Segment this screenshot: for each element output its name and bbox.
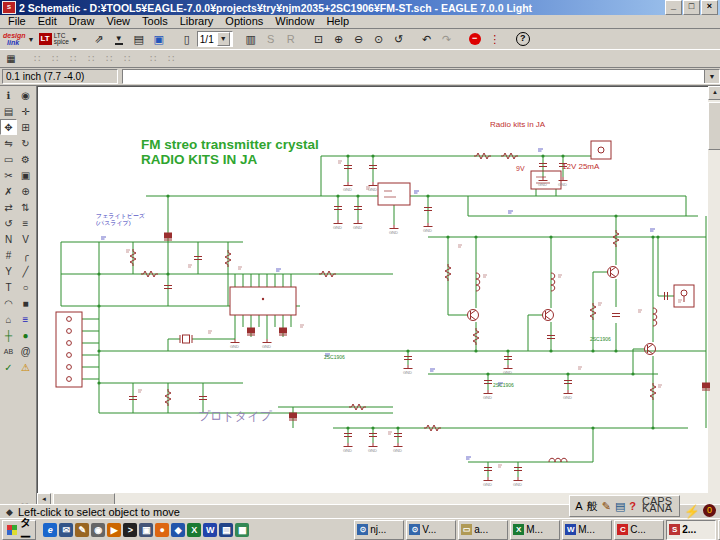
text-tool[interactable]: T [0,279,17,295]
replace-tool[interactable]: ↺ [0,215,17,231]
menu-library[interactable]: Library [174,15,220,28]
miter-tool[interactable]: ╭ [17,247,34,263]
value-tool[interactable]: V [17,231,34,247]
delete-tool[interactable]: ✗ [0,183,17,199]
bus-tool[interactable]: ≡ [17,311,34,327]
export-image-button[interactable]: ▣ [149,30,169,48]
mirror-tool[interactable]: ⇋ [0,135,17,151]
junction-tool[interactable]: ● [17,327,34,343]
task-button-c[interactable]: CC... [614,520,664,540]
align-button-4[interactable]: ∷ [82,51,100,66]
distribute-button-2[interactable]: ∷ [162,51,180,66]
menu-help[interactable]: Help [320,15,355,28]
arc-tool[interactable]: ◠ [0,295,17,311]
task-button-excel[interactable]: XM... [510,520,560,540]
media-player-icon[interactable]: ▶ [107,523,121,537]
layers-button[interactable]: ▥ [241,30,261,48]
align-button-3[interactable]: ∷ [64,51,82,66]
circle-tool[interactable]: ○ [17,279,34,295]
ltc-spice-dropdown[interactable]: LT LTCspice ▼ [39,31,80,47]
add-tool[interactable]: ⊕ [17,183,34,199]
show-tool[interactable]: ◉ [17,87,34,103]
menu-window[interactable]: Window [269,15,320,28]
align-button-2[interactable]: ∷ [46,51,64,66]
align-button-5[interactable]: ∷ [100,51,118,66]
print-button[interactable]: ▤ [129,30,149,48]
polygon-tool[interactable]: ⌂ [0,311,17,327]
save-button[interactable]: ▼ [109,30,129,48]
traffic-light-button[interactable]: ⋮ [485,30,505,48]
title-bar[interactable]: S 2 Schematic - D:¥TOOL5¥EAGLE-7.0.0¥pro… [0,0,720,15]
copy-tool[interactable]: ⊞ [17,119,34,135]
menu-file[interactable]: File [2,15,32,28]
close-button[interactable]: × [701,0,718,15]
minimize-button[interactable]: _ [665,0,682,15]
start-button[interactable]: スタート [2,520,36,540]
viewer-icon[interactable]: ◉ [91,523,105,537]
grid-button[interactable]: ▦ [2,51,20,66]
menu-options[interactable]: Options [219,15,269,28]
align-button-6[interactable]: ∷ [118,51,136,66]
zoom-fit-button[interactable]: ⊡ [309,30,329,48]
explorer-icon[interactable]: ◆ [171,523,185,537]
excel-icon[interactable]: X [187,523,201,537]
zoom-in-button[interactable]: ⊕ [329,30,349,48]
attribute-tool[interactable]: @ [17,343,34,359]
menu-draw[interactable]: Draw [63,15,101,28]
rect-tool[interactable]: ■ [17,295,34,311]
script-button[interactable]: S [261,30,281,48]
editor-icon[interactable]: ✎ [75,523,89,537]
net-tool[interactable]: ┼ [0,327,17,343]
rotate-tool[interactable]: ↻ [17,135,34,151]
smash-tool[interactable]: # [0,247,17,263]
restore-button[interactable]: □ [683,0,700,15]
design-link-dropdown[interactable]: designlink ▼ [3,31,37,47]
label-tool[interactable]: AB [0,343,17,359]
wire-tool[interactable]: ╱ [17,263,34,279]
browser-icon[interactable]: ● [155,523,169,537]
notes-icon[interactable]: ▤ [219,523,233,537]
paste-tool[interactable]: ▣ [17,167,34,183]
display-tool[interactable]: ▤ [0,103,17,119]
command-input[interactable] [123,70,704,83]
pictures-icon[interactable]: ▦ [235,523,249,537]
redo-button[interactable]: ↷ [437,30,457,48]
move-tool[interactable]: ✥ [0,119,17,135]
undo-button[interactable]: ↶ [417,30,437,48]
task-button-word[interactable]: WM... [562,520,612,540]
invoke-tool[interactable]: ≡ [17,215,34,231]
ime-pad-icon[interactable]: ▤ [615,500,625,513]
mail-icon[interactable]: ✉ [59,523,73,537]
menu-edit[interactable]: Edit [32,15,63,28]
task-button-schematic[interactable]: S2... [666,520,716,540]
internet-explorer-icon[interactable]: e [43,523,57,537]
task-button-v[interactable]: ⊙V... [406,520,456,540]
change-tool[interactable]: ⚙ [17,151,34,167]
lightning-icon[interactable]: ⚡ [684,504,700,519]
chevron-down-icon[interactable]: ▼ [704,70,719,83]
menu-view[interactable]: View [100,15,136,28]
command-prompt-icon[interactable]: > [123,523,137,537]
cut-tool[interactable]: ✂ [0,167,17,183]
info-tool[interactable]: ℹ [0,87,17,103]
name-tool[interactable]: N [0,231,17,247]
split-tool[interactable]: Y [0,263,17,279]
word-icon[interactable]: W [203,523,217,537]
errors-tool[interactable]: ⚠ [17,359,34,375]
ime-pen-icon[interactable]: ✎ [602,500,611,513]
stop-button[interactable]: − [465,30,485,48]
help-button[interactable]: ? [513,30,533,48]
zoom-select-button[interactable]: ⊙ [369,30,389,48]
ime-mode-letter[interactable]: A [575,500,582,512]
erc-tool[interactable]: ✓ [0,359,17,375]
sheet-thumb-button[interactable]: ▯ [177,30,197,48]
zoom-out-button[interactable]: ⊖ [349,30,369,48]
pinswap-tool[interactable]: ⇄ [0,199,17,215]
schematic-canvas[interactable]: FM streo transmitter crystal RADIO KITS … [37,86,708,493]
status-orb-icon[interactable]: 0 [703,504,716,517]
task-button-nj[interactable]: ⊙nj... [354,520,404,540]
open-button[interactable]: ⇗ [89,30,109,48]
mark-tool[interactable]: ✛ [17,103,34,119]
run-button[interactable]: R [281,30,301,48]
align-button-1[interactable]: ∷ [28,51,46,66]
